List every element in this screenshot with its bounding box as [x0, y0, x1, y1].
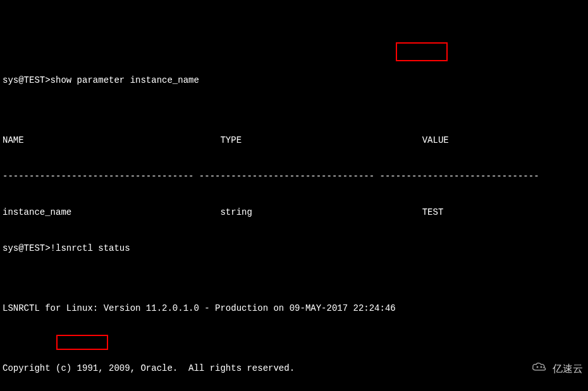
watermark: 亿速云 — [520, 349, 583, 387]
terminal-line: sys@TEST>!lsnrctl status — [3, 243, 585, 255]
terminal-line: NAME TYPE VALUE — [3, 135, 585, 147]
cloud-icon — [520, 349, 549, 387]
terminal-line: LSNRCTL for Linux: Version 11.2.0.1.0 - … — [3, 303, 585, 315]
svg-point-0 — [537, 366, 539, 368]
terminal-line: Copyright (c) 1991, 2009, Oracle. All ri… — [3, 363, 585, 375]
terminal-line: ------------------------------------ ---… — [3, 171, 585, 183]
terminal-line: instance_name string TEST — [3, 207, 585, 219]
watermark-text: 亿速云 — [553, 363, 583, 375]
terminal-line: sys@TEST>show parameter instance_name — [3, 75, 585, 87]
svg-point-1 — [541, 366, 542, 368]
terminal-output: sys@TEST>show parameter instance_name NA… — [3, 51, 585, 391]
